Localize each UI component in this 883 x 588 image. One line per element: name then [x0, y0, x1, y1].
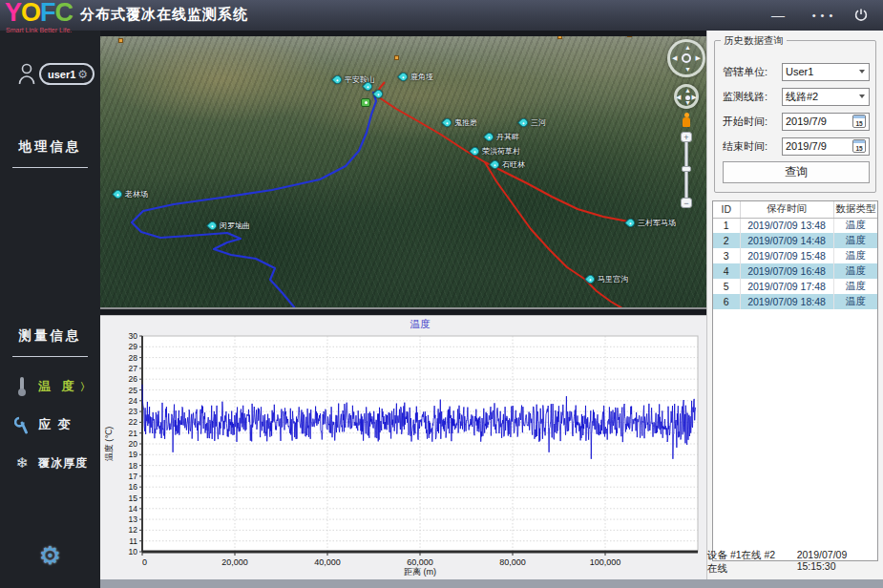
user-pill[interactable]: user1 ⚙: [39, 63, 95, 85]
field-label: 监测线路:: [723, 90, 782, 104]
table-column-header[interactable]: ID: [713, 201, 740, 218]
table-cell: 温度: [833, 248, 877, 263]
svg-text:0: 0: [142, 557, 147, 567]
table-body: 12019/07/09 13:48温度22019/07/09 14:48温度32…: [713, 218, 877, 309]
sidebar: user1 ⚙ 地理信息 测量信息 温 度 〉 应 变 ❄ 覆冰厚度 ⚙: [0, 31, 100, 588]
table-row[interactable]: 22019/07/09 14:48温度: [713, 233, 877, 248]
clock-label: 2019/07/09 15:15:30: [797, 549, 878, 576]
svg-text:23: 23: [129, 407, 138, 416]
map-label: 石旺林: [502, 159, 525, 170]
svg-text:15: 15: [129, 494, 138, 503]
dropdown-0[interactable]: User1: [782, 63, 870, 81]
table-row[interactable]: 52019/07/09 17:48温度: [713, 279, 877, 294]
table-cell: 2019/07/09 18:48: [740, 294, 833, 309]
svg-text:40,000: 40,000: [314, 557, 341, 567]
history-query-panel: 历史数据查询 管辖单位:User1监测线路:线路#2开始时间:2019/7/91…: [706, 31, 883, 588]
logo-letter: C: [55, 0, 74, 28]
divider: [12, 167, 88, 168]
table-cell: 5: [713, 279, 740, 294]
map-label: 三河: [531, 117, 546, 128]
map-view[interactable]: 平安鞍山鹿角垭鬼推磨三河丹其畔荣洪荷草村石旺林老林场闵罗垴曲三村军马场马里宫沟 …: [100, 36, 706, 309]
calendar-icon[interactable]: 15: [852, 115, 866, 128]
route-line: [485, 162, 622, 308]
look-eye-icon: [682, 53, 691, 63]
table-column-header[interactable]: 数据类型: [833, 201, 877, 218]
sidebar-item-ice-thickness[interactable]: ❄ 覆冰厚度: [0, 449, 100, 477]
table-row[interactable]: 32019/07/09 15:48温度: [713, 248, 877, 263]
table-row[interactable]: 12019/07/09 13:48温度: [713, 218, 877, 233]
map-label: 鹿角垭: [410, 72, 433, 82]
user-row: user1 ⚙: [0, 62, 100, 87]
table-row[interactable]: 62019/07/09 18:48温度: [713, 294, 877, 309]
map-dot-icon[interactable]: [118, 38, 123, 43]
field-value: 2019/7/9: [786, 140, 852, 152]
app-title: 分布式覆冰在线监测系统: [80, 6, 248, 24]
power-icon: [853, 8, 869, 23]
query-groupbox-title: 历史数据查询: [721, 34, 787, 48]
sidebar-section-measure[interactable]: 测量信息: [0, 327, 100, 345]
map-label: 老林场: [125, 189, 148, 200]
table-cell: 温度: [833, 218, 877, 233]
query-button[interactable]: 查询: [723, 161, 870, 183]
zoom-out-button[interactable]: −: [681, 198, 692, 208]
move-center-dot: [685, 95, 690, 100]
svg-text:14: 14: [129, 504, 138, 514]
power-button[interactable]: [847, 4, 875, 27]
snowflake-icon: ❄: [10, 454, 34, 472]
table-cell: 4: [713, 263, 740, 279]
sidebar-section-geo[interactable]: 地理信息: [0, 138, 100, 156]
map-look-control[interactable]: ▲▼ ◀▶: [667, 39, 705, 77]
query-row: 开始时间:2019/7/915: [723, 112, 870, 131]
calendar-icon[interactable]: 15: [852, 139, 866, 153]
user-settings-icon[interactable]: ⚙: [77, 69, 88, 80]
svg-text:28: 28: [129, 353, 138, 363]
table-cell: 2019/07/09 15:48: [740, 248, 833, 263]
table-cell: 温度: [833, 279, 877, 294]
sidebar-item-temperature[interactable]: 温 度 〉: [0, 372, 100, 401]
settings-gear-icon[interactable]: ⚙: [0, 541, 100, 571]
title-bar: YOFC Smart Link Better Life. 分布式覆冰在线监测系统…: [0, 0, 883, 31]
svg-text:温度 (℃): 温度 (℃): [104, 427, 114, 462]
table-cell: 2019/07/09 17:48: [740, 279, 833, 294]
map-dot-icon[interactable]: [557, 36, 562, 39]
username-label: user1: [48, 69, 75, 80]
map-house-icon[interactable]: [361, 98, 370, 107]
more-menu-button[interactable]: • • •: [809, 4, 837, 27]
field-value: 线路#2: [786, 90, 859, 104]
table-cell: 2019/07/09 13:48: [740, 218, 833, 233]
menu-label-strain: 应 变: [38, 416, 73, 433]
table-column-header[interactable]: 保存时间: [740, 201, 833, 218]
query-row: 结束时间:2019/7/915: [723, 136, 870, 156]
svg-text:80,000: 80,000: [499, 557, 526, 567]
sidebar-item-strain[interactable]: 应 变: [0, 410, 100, 439]
logo-letter: F: [40, 0, 55, 28]
date-input-3[interactable]: 2019/7/915: [782, 137, 870, 156]
table-cell: 6: [713, 294, 740, 309]
logo-letter: O: [21, 0, 40, 28]
svg-text:18: 18: [129, 461, 138, 471]
table-row[interactable]: 42019/07/09 16:48温度: [713, 263, 877, 279]
table-header-row: ID保存时间数据类型: [713, 201, 877, 218]
date-input-2[interactable]: 2019/7/915: [782, 113, 870, 131]
menu-label-temperature: 温 度: [38, 378, 78, 395]
data-table[interactable]: ID保存时间数据类型 12019/07/09 13:48温度22019/07/0…: [712, 200, 878, 561]
svg-text:20,000: 20,000: [221, 557, 248, 567]
svg-text:100,000: 100,000: [590, 557, 621, 567]
minimize-button[interactable]: —: [764, 4, 792, 27]
map-label: 鬼推磨: [454, 117, 477, 128]
yofc-logo: YOFC: [5, 0, 73, 28]
field-value: User1: [786, 66, 859, 77]
map-label: 三村军马场: [638, 218, 676, 228]
map-label: 丹其畔: [496, 132, 519, 142]
dropdown-1[interactable]: 线路#2: [782, 88, 870, 106]
map-dot-icon[interactable]: [394, 55, 399, 60]
zoom-in-button[interactable]: +: [681, 132, 692, 142]
map-dot-icon[interactable]: [627, 36, 632, 37]
table-cell: 2019/07/09 16:48: [740, 263, 833, 279]
route-line: [132, 92, 376, 309]
map-move-control[interactable]: ▲▼ ◀▶: [674, 84, 699, 109]
svg-text:30: 30: [129, 331, 138, 341]
zoom-handle[interactable]: [682, 166, 691, 172]
pegman-icon[interactable]: [682, 113, 691, 128]
map-zoom-slider[interactable]: + −: [680, 132, 693, 208]
